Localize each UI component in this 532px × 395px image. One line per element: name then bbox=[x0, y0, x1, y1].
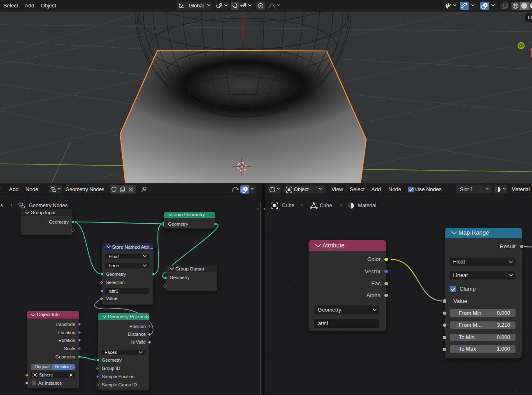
svg-text:O: O bbox=[528, 15, 532, 21]
